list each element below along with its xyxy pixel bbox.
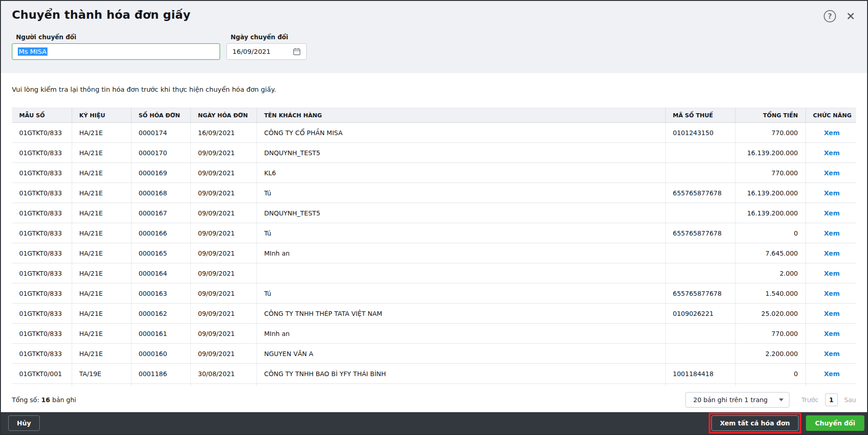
cell-ngay-hoa-don: 09/09/2021 <box>190 143 257 163</box>
view-invoice-link[interactable]: Xem <box>824 129 840 136</box>
prev-page-button[interactable]: Trước <box>801 396 818 404</box>
convert-button[interactable]: Chuyển đổi <box>806 415 864 431</box>
cell-ma-so-thue <box>665 263 735 283</box>
close-icon[interactable]: ✕ <box>845 11 856 22</box>
cell-mau-so: 01GTKT0/833 <box>12 223 72 243</box>
cell-ky-hieu <box>72 384 131 387</box>
view-invoice-link[interactable]: Xem <box>824 270 840 277</box>
converter-input[interactable]: Ms MISA <box>12 43 220 60</box>
cell-tong-tien <box>735 384 805 387</box>
cell-ky-hieu: TA/19E <box>72 364 131 384</box>
cell-so-hoa-don: 0000167 <box>131 203 190 223</box>
help-icon[interactable]: ? <box>824 10 836 22</box>
table-row: 01GTKT0/833 HA/21E 0000162 09/09/2021 CÔ… <box>12 304 856 324</box>
cell-ngay-hoa-don: 30/08/2021 <box>190 364 257 384</box>
view-invoice-link[interactable]: Xem <box>824 290 840 297</box>
view-invoice-link[interactable]: Xem <box>824 350 840 357</box>
calendar-icon[interactable] <box>293 47 301 56</box>
cell-chuc-nang: Xem <box>805 344 856 364</box>
cell-ky-hieu: HA/21E <box>72 243 131 263</box>
help-icon-glyph: ? <box>828 12 832 21</box>
cell-ma-so-thue: 655765877678 <box>665 183 735 203</box>
cell-ten-khach-hang: CÔNG TY TNHH BAO BÌ YFY THÁI BÌNH <box>257 364 665 384</box>
cell-ky-hieu: HA/21E <box>72 143 131 163</box>
page-size-label: 20 bản ghi trên 1 trang <box>693 396 768 404</box>
cell-ten-khach-hang: CÔNG TY TNHH THÉP TATA VIỆT NAM <box>257 304 665 324</box>
cell-ngay-hoa-don: 09/09/2021 <box>190 344 257 364</box>
cell-ten-khach-hang: DNQUYNH_TEST5 <box>257 143 665 163</box>
dialog-body: Vui lòng kiểm tra lại thông tin hóa đơn … <box>1 73 867 412</box>
cell-tong-tien: 16.139.200.000 <box>735 203 805 223</box>
cell-mau-so: 01GTKT0/833 <box>12 263 72 283</box>
cell-chuc-nang: Xem <box>805 304 856 324</box>
view-invoice-link[interactable]: Xem <box>824 149 840 157</box>
cell-tong-tien: 2.200.000 <box>735 344 805 364</box>
cell-ky-hieu: HA/21E <box>72 223 131 243</box>
view-invoice-link[interactable]: Xem <box>824 310 840 317</box>
next-page-button[interactable]: Sau <box>844 396 856 404</box>
cell-mau-so: 01GTKT0/833 <box>12 123 72 143</box>
cell-ky-hieu: HA/21E <box>72 203 131 223</box>
converter-value-selected: Ms MISA <box>18 47 47 56</box>
view-all-invoices-button[interactable]: Xem tất cả hóa đơn <box>711 415 799 431</box>
cell-ngay-hoa-don: 16/09/2021 <box>190 123 257 143</box>
pagination: 20 bản ghi trên 1 trang Trước 1 Sau <box>685 392 856 408</box>
conversion-date-input[interactable]: 16/09/2021 <box>226 43 307 60</box>
cell-chuc-nang: Xem <box>805 223 856 243</box>
cell-ky-hieu: HA/21E <box>72 263 131 283</box>
page-size-select[interactable]: 20 bản ghi trên 1 trang <box>685 392 789 408</box>
cell-ten-khach-hang: MInh an <box>257 243 665 263</box>
table-row: 01GTKT0/833 HA/21E 0000164 09/09/2021 2.… <box>12 263 856 283</box>
view-invoice-link[interactable]: Xem <box>824 189 840 197</box>
cell-tong-tien: 0 <box>735 223 805 243</box>
table-row: 01GTKT0/833 HA/21E 0000160 09/09/2021 NG… <box>12 344 856 364</box>
col-header-ten-khach-hang[interactable]: TÊN KHÁCH HÀNG <box>257 108 665 123</box>
cell-ky-hieu: HA/21E <box>72 324 131 344</box>
cell-tong-tien: 16.139.200.000 <box>735 143 805 163</box>
cell-ngay-hoa-don <box>190 384 257 387</box>
note-text: Vui lòng kiểm tra lại thông tin hóa đơn … <box>12 86 856 93</box>
dialog-footer: Hủy Xem tất cả hóa đơn Chuyển đổi <box>1 412 867 434</box>
cell-mau-so: 01GTKT0/833 <box>12 243 72 263</box>
view-invoice-link[interactable]: Xem <box>824 169 840 177</box>
view-invoice-link[interactable]: Xem <box>824 370 840 377</box>
cell-mau-so: 01GTKT0/833 <box>12 304 72 324</box>
col-header-ngay-hoa-don[interactable]: NGÀY HÓA ĐƠN <box>190 108 257 123</box>
cell-so-hoa-don: 0000163 <box>131 283 190 304</box>
cell-ten-khach-hang: DNQUYNH_TEST5 <box>257 203 665 223</box>
col-header-so-hoa-don[interactable]: SỐ HÓA ĐƠN <box>131 108 190 123</box>
cell-chuc-nang: Xem <box>805 163 856 183</box>
table-row: 01GTKT0/001 TA/19E 0001186 30/08/2021 CÔ… <box>12 364 856 384</box>
col-header-ky-hieu[interactable]: KÝ HIỆU <box>72 108 131 123</box>
invoice-table-body: 01GTKT0/833 HA/21E 0000174 16/09/2021 CÔ… <box>12 123 856 387</box>
cell-chuc-nang: Xem <box>805 283 856 304</box>
cell-ky-hieu: HA/21E <box>72 163 131 183</box>
col-header-mau-so[interactable]: MẪU SỐ <box>12 108 72 123</box>
cell-ma-so-thue: 655765877678 <box>665 223 735 243</box>
col-header-chuc-nang[interactable]: CHỨC NĂNG <box>805 108 856 123</box>
cell-so-hoa-don: 0000160 <box>131 344 190 364</box>
cell-mau-so: 01GTKT0/833 <box>12 283 72 304</box>
view-invoice-link[interactable]: Xem <box>824 230 840 237</box>
page-number-input[interactable]: 1 <box>825 393 838 406</box>
cell-ngay-hoa-don: 09/09/2021 <box>190 243 257 263</box>
col-header-ma-so-thue[interactable]: MÃ SỐ THUẾ <box>665 108 735 123</box>
view-invoice-link[interactable]: Xem <box>824 250 840 257</box>
cell-ngay-hoa-don: 09/09/2021 <box>190 304 257 324</box>
dialog-header: Chuyển thành hóa đơn giấy ? ✕ Người chuy… <box>1 1 867 73</box>
cell-ky-hieu: HA/21E <box>72 344 131 364</box>
table-row: 01GTKT0/833 HA/21E 0000165 09/09/2021 MI… <box>12 243 856 263</box>
cancel-button[interactable]: Hủy <box>8 415 40 431</box>
cell-chuc-nang: Xem <box>805 364 856 384</box>
conversion-form: Người chuyển đổi Ms MISA Ngày chuyển đổi… <box>12 33 856 60</box>
cell-ten-khach-hang <box>257 384 665 387</box>
view-invoice-link[interactable]: Xem <box>824 330 840 337</box>
view-invoice-link[interactable]: Xem <box>824 210 840 217</box>
invoice-table: MẪU SỐ KÝ HIỆU SỐ HÓA ĐƠN NGÀY HÓA ĐƠN T… <box>12 108 856 386</box>
conversion-date-label: Ngày chuyển đổi <box>231 33 307 41</box>
cell-tong-tien: 770.000 <box>735 163 805 183</box>
cell-so-hoa-don: 0000166 <box>131 223 190 243</box>
cell-chuc-nang: Xem <box>805 123 856 143</box>
chevron-down-icon <box>779 398 784 401</box>
col-header-tong-tien[interactable]: TỔNG TIỀN <box>735 108 805 123</box>
